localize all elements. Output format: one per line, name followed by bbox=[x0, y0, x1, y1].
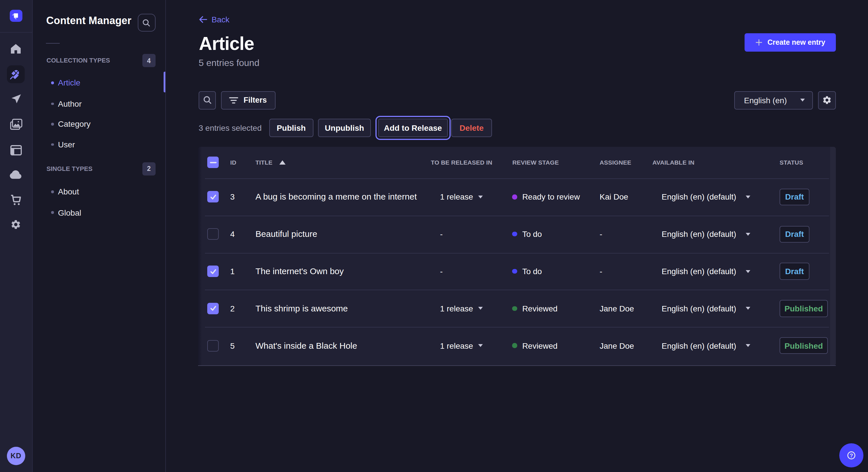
svg-text:?: ? bbox=[849, 452, 853, 458]
